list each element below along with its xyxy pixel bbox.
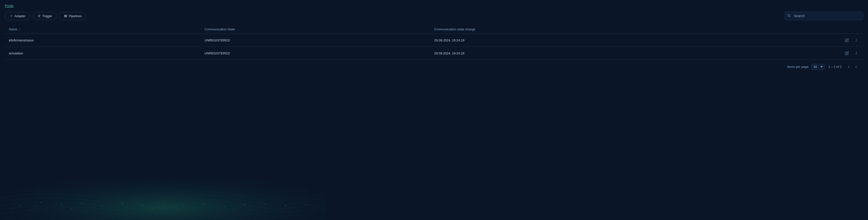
table-row: k8sfirmianstrasse UNREGISTERED 29.09.202… xyxy=(5,34,863,47)
svg-point-39 xyxy=(244,204,245,205)
svg-line-18 xyxy=(112,189,122,220)
edit-icon xyxy=(845,51,849,55)
svg-point-38 xyxy=(224,206,225,207)
svg-line-19 xyxy=(133,190,143,220)
chevron-right-icon xyxy=(854,65,858,68)
table-header-row: Name ↑ Communication State Communication… xyxy=(5,25,863,34)
edit-button[interactable] xyxy=(844,50,850,56)
svg-point-29 xyxy=(40,202,41,203)
svg-line-25 xyxy=(255,188,265,220)
svg-point-37 xyxy=(204,203,204,204)
page-info: 1 – 2 of 2 xyxy=(828,65,842,68)
svg-point-36 xyxy=(183,205,184,206)
cell-comm-state: UNREGISTERED xyxy=(200,34,430,47)
svg-point-48 xyxy=(234,209,235,210)
svg-line-20 xyxy=(153,188,163,220)
toolbar: Adapter Trigger Pipelines xyxy=(5,12,863,20)
search-icon xyxy=(787,14,791,18)
toolbar-left: Adapter Trigger Pipelines xyxy=(5,12,86,20)
more-vertical-icon xyxy=(854,38,858,42)
table-row: simulation UNREGISTERED 29.09.2024, 16:2… xyxy=(5,47,863,60)
pipelines-tab-button[interactable]: Pipelines xyxy=(59,12,86,20)
items-per-page-label: Items per page: xyxy=(787,65,809,68)
adapters-table: Name ↑ Communication State Communication… xyxy=(5,25,863,60)
svg-line-27 xyxy=(296,189,306,220)
svg-point-4 xyxy=(788,15,790,17)
trigger-icon xyxy=(37,14,41,18)
more-options-button[interactable] xyxy=(853,37,859,43)
page-nav xyxy=(845,64,859,70)
pools-breadcrumb-link[interactable]: Pools xyxy=(5,4,13,8)
col-header-comm-state: Communication State xyxy=(200,25,430,34)
svg-point-11 xyxy=(856,54,856,54)
adapter-tab-label: Adapter xyxy=(14,14,26,18)
svg-line-22 xyxy=(194,189,204,220)
svg-line-15 xyxy=(51,189,61,220)
cell-state-change: 29.09.2024, 16:24:19 xyxy=(430,47,725,60)
pipelines-icon xyxy=(64,14,67,18)
col-header-name: Name ↑ xyxy=(5,25,200,34)
svg-point-9 xyxy=(856,52,856,52)
svg-line-23 xyxy=(214,190,224,220)
cell-state-change: 29.09.2024, 16:24:19 xyxy=(430,34,725,47)
svg-line-17 xyxy=(92,190,102,220)
svg-point-35 xyxy=(163,203,163,204)
cell-actions xyxy=(725,34,863,47)
svg-point-49 xyxy=(275,210,276,211)
chevron-left-icon xyxy=(847,65,850,68)
col-header-state-change: Communication state change xyxy=(430,25,725,34)
cell-name: k8sfirmianstrasse xyxy=(5,34,200,47)
svg-line-26 xyxy=(275,190,285,220)
background-mesh xyxy=(0,159,326,220)
trigger-tab-label: Trigger xyxy=(42,14,52,18)
items-per-page: Items per page: 102550100 xyxy=(787,64,824,70)
more-vertical-icon xyxy=(854,51,858,55)
cell-name: simulation xyxy=(5,47,200,60)
svg-point-0 xyxy=(11,16,12,17)
svg-point-28 xyxy=(20,205,21,206)
adapter-icon xyxy=(9,14,13,18)
svg-point-47 xyxy=(193,210,194,210)
edit-icon xyxy=(845,38,849,42)
svg-point-43 xyxy=(30,210,31,210)
col-header-actions xyxy=(725,25,863,34)
svg-point-34 xyxy=(143,205,143,205)
svg-line-24 xyxy=(235,189,245,220)
per-page-select[interactable]: 102550100 xyxy=(811,64,825,70)
svg-line-16 xyxy=(71,188,82,220)
trigger-tab-button[interactable]: Trigger xyxy=(33,12,57,20)
svg-point-7 xyxy=(856,40,856,40)
sort-icon: ↑ xyxy=(19,28,21,31)
svg-point-8 xyxy=(856,41,856,42)
svg-line-21 xyxy=(173,189,184,220)
pipelines-tab-label: Pipelines xyxy=(69,14,82,18)
cell-comm-state: UNREGISTERED xyxy=(200,47,430,60)
cell-actions xyxy=(725,47,863,60)
svg-point-31 xyxy=(81,203,82,204)
svg-point-30 xyxy=(61,204,61,205)
svg-point-46 xyxy=(152,209,153,210)
more-options-button[interactable] xyxy=(853,50,859,56)
svg-line-13 xyxy=(10,189,21,220)
search-input[interactable] xyxy=(785,12,863,20)
svg-point-32 xyxy=(101,206,102,207)
svg-point-42 xyxy=(305,204,306,205)
svg-point-44 xyxy=(71,209,72,209)
svg-rect-1 xyxy=(64,15,67,16)
svg-line-5 xyxy=(790,16,790,17)
next-page-button[interactable] xyxy=(853,64,859,70)
svg-point-10 xyxy=(856,53,856,53)
svg-point-40 xyxy=(265,203,266,204)
search-wrapper xyxy=(785,12,863,20)
svg-rect-12 xyxy=(0,159,326,220)
pagination-row: Items per page: 102550100 1 – 2 of 2 xyxy=(5,60,863,70)
svg-rect-2 xyxy=(64,16,67,16)
svg-point-33 xyxy=(122,203,123,204)
svg-point-45 xyxy=(112,210,113,211)
prev-page-button[interactable] xyxy=(845,64,852,70)
svg-point-6 xyxy=(856,39,856,39)
edit-button[interactable] xyxy=(844,37,850,43)
svg-line-14 xyxy=(31,187,41,220)
svg-point-41 xyxy=(285,205,286,206)
adapter-tab-button[interactable]: Adapter xyxy=(5,12,30,20)
